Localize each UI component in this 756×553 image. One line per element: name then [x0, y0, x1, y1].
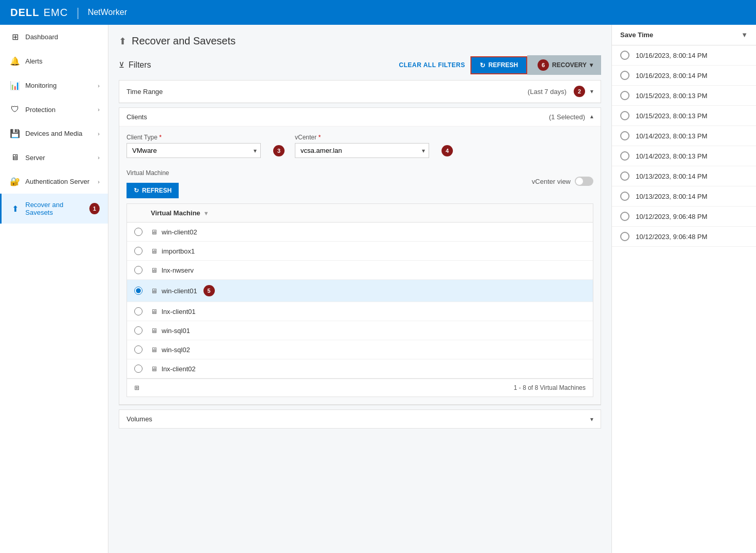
clients-expanded: Client Type * VMware Physical NAS — [119, 127, 601, 405]
save-time-text-9: 10/12/2023, 9:06:48 PM — [636, 233, 707, 241]
save-time-filter-icon: ▼ — [741, 31, 748, 39]
auth-icon: 🔐 — [10, 177, 20, 186]
recovery-count-badge: 6 — [538, 59, 549, 71]
recover-badge: 1 — [89, 203, 100, 214]
save-time-row-4[interactable]: 10/14/2023, 8:00:13 PM — [612, 126, 756, 146]
volumes-row[interactable]: Volumes ▾ — [119, 409, 601, 429]
vm-radio-1[interactable] — [134, 247, 143, 255]
sidebar-item-auth-server[interactable]: 🔐 Authentication Server › — [0, 169, 108, 194]
time-range-value: (Last 7 days) — [528, 88, 566, 96]
sidebar-item-protection[interactable]: 🛡 Protection › — [0, 98, 108, 121]
vm-column-label: Virtual Machine — [151, 209, 200, 217]
sidebar-label-monitoring: Monitoring — [25, 82, 57, 89]
vcenter-view-toggle[interactable] — [575, 177, 593, 186]
sidebar-label-dashboard: Dashboard — [25, 33, 58, 41]
vcenter-select-wrapper: vcsa.amer.lan — [295, 143, 429, 158]
sidebar-item-recover-savesets[interactable]: ⬆ Recover and Savesets 1 — [0, 194, 108, 224]
save-time-text-1: 10/16/2023, 8:00:14 PM — [636, 72, 707, 80]
save-time-row-2[interactable]: 10/15/2023, 8:00:13 PM — [612, 86, 756, 106]
save-time-row-7[interactable]: 10/13/2023, 8:00:14 PM — [612, 186, 756, 207]
sidebar-label-server: Server — [25, 154, 45, 162]
vcenter-select[interactable]: vcsa.amer.lan — [295, 143, 429, 158]
vm-row[interactable]: 🖥importbox1 — [127, 242, 593, 261]
center-panel: ⬆ Recover and Savesets ⊻ Filters CLEAR A… — [108, 25, 611, 553]
inner-refresh-button[interactable]: ↻ REFRESH — [127, 183, 179, 198]
emc-text: EMC — [43, 7, 68, 19]
sidebar-item-server[interactable]: 🖥 Server › — [0, 146, 108, 169]
vm-row[interactable]: 🖥lnx-client02 — [127, 359, 593, 378]
vm-icon-1: 🖥 — [151, 247, 158, 255]
vm-row[interactable]: 🖥win-sql02 — [127, 340, 593, 359]
clients-value: (1 Selected) — [549, 113, 585, 121]
save-time-text-6: 10/13/2023, 8:00:14 PM — [636, 172, 707, 180]
vm-icon-3: 🖥 — [151, 287, 158, 295]
vm-radio-6[interactable] — [134, 345, 143, 354]
client-type-field: Client Type * VMware Physical NAS — [127, 134, 261, 158]
page-title: Recover and Savesets — [132, 35, 235, 47]
vm-name-2: lnx-nwserv — [162, 266, 194, 274]
vm-name-1: importbox1 — [162, 247, 195, 255]
vm-icon-7: 🖥 — [151, 365, 158, 373]
table-columns-icon: ⊞ — [134, 384, 139, 391]
save-time-radio-6 — [620, 171, 629, 181]
time-range-filter-row[interactable]: Time Range (Last 7 days) 2 ▾ — [119, 81, 601, 103]
brand-logo: DELLEMC — [10, 7, 68, 19]
save-time-text-0: 10/16/2023, 8:00:14 PM — [636, 52, 707, 59]
right-panel-header: Save Time ▼ — [612, 25, 756, 45]
save-time-radio-0 — [620, 51, 629, 60]
recovery-button[interactable]: 6 RECOVERY ▾ — [527, 55, 601, 75]
vm-table-count: 1 - 8 of 8 Virtual Machines — [514, 384, 586, 391]
vm-radio-4[interactable] — [134, 307, 143, 315]
vm-row[interactable]: 🖥win-client02 — [127, 223, 593, 242]
dell-text: DELL — [10, 7, 39, 19]
save-time-text-8: 10/12/2023, 9:06:48 PM — [636, 213, 707, 220]
save-time-row-9[interactable]: 10/12/2023, 9:06:48 PM — [612, 227, 756, 247]
time-range-chevron-icon: ▾ — [590, 88, 593, 95]
save-time-row-1[interactable]: 10/16/2023, 8:00:14 PM — [612, 66, 756, 86]
vm-icon-2: 🖥 — [151, 266, 158, 274]
inner-refresh-label: REFRESH — [142, 187, 171, 194]
save-time-row-0[interactable]: 10/16/2023, 8:00:14 PM — [612, 45, 756, 66]
sidebar-item-alerts[interactable]: 🔔 Alerts — [0, 49, 108, 73]
vm-name-3: win-client01 — [162, 287, 197, 295]
page-title-row: ⬆ Recover and Savesets — [119, 35, 601, 47]
vm-radio-5[interactable] — [134, 326, 143, 335]
filters-actions: CLEAR ALL FILTERS ↻ REFRESH 6 RECOVERY ▾ — [399, 55, 601, 75]
vm-radio-0[interactable] — [134, 228, 143, 236]
recovery-chevron-icon: ▾ — [590, 61, 593, 69]
save-time-row-6[interactable]: 10/13/2023, 8:00:14 PM — [612, 166, 756, 186]
virtual-machine-section: Virtual Machine ↻ REFRESH vCenter view — [127, 169, 593, 198]
app-header: DELLEMC | NetWorker — [0, 0, 756, 25]
vm-row[interactable]: 🖥win-sql01 — [127, 321, 593, 340]
vm-row[interactable]: 🖥lnx-client01 — [127, 302, 593, 321]
save-time-row-3[interactable]: 10/15/2023, 8:00:13 PM — [612, 106, 756, 126]
toggle-knob — [576, 178, 583, 185]
vm-name-5: win-sql01 — [162, 327, 190, 335]
vm-radio-2[interactable] — [134, 266, 143, 274]
vm-row[interactable]: 🖥lnx-nwserv — [127, 261, 593, 280]
vcenter-view-label: vCenter view — [532, 178, 571, 185]
sidebar-label-protection: Protection — [25, 106, 56, 114]
clients-filter-row[interactable]: Clients (1 Selected) ▾ — [119, 108, 601, 127]
vm-radio-3[interactable] — [134, 287, 143, 295]
save-time-radio-3 — [620, 111, 629, 120]
save-time-radio-7 — [620, 192, 629, 201]
filters-title-text: Filters — [129, 60, 151, 70]
save-time-radio-9 — [620, 232, 629, 241]
save-time-column-label: Save Time — [620, 31, 653, 39]
monitoring-chevron-icon: › — [98, 83, 100, 89]
save-time-row-5[interactable]: 10/14/2023, 8:00:13 PM — [612, 146, 756, 166]
vm-radio-7[interactable] — [134, 365, 143, 373]
dashboard-icon: ⊞ — [10, 32, 20, 42]
sidebar-item-devices-media[interactable]: 💾 Devices and Media › — [0, 121, 108, 146]
clear-all-filters-button[interactable]: CLEAR ALL FILTERS — [399, 61, 465, 69]
volumes-label: Volumes — [127, 415, 590, 423]
filters-title-row: ⊻ Filters — [119, 60, 151, 70]
client-type-select[interactable]: VMware Physical NAS — [127, 143, 261, 158]
sidebar-item-monitoring[interactable]: 📊 Monitoring › — [0, 73, 108, 98]
vm-row-selected[interactable]: 🖥 win-client01 5 — [127, 280, 593, 302]
save-time-row-8[interactable]: 10/12/2023, 9:06:48 PM — [612, 207, 756, 227]
refresh-button[interactable]: ↻ REFRESH — [470, 56, 527, 74]
vm-table-name-col: Virtual Machine ▼ — [151, 209, 586, 217]
sidebar-item-dashboard[interactable]: ⊞ Dashboard — [0, 25, 108, 49]
